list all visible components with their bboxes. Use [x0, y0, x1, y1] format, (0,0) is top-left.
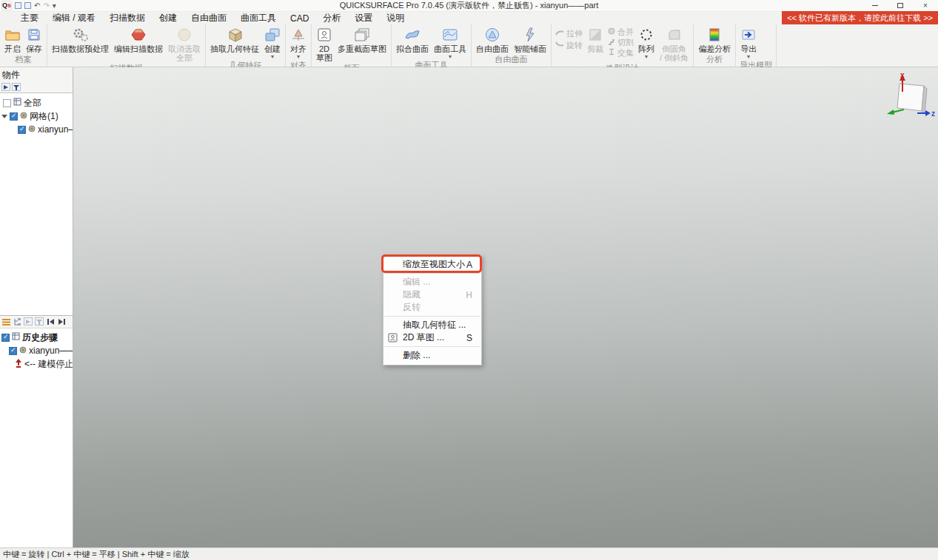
filter-icon[interactable]: [12, 83, 21, 91]
status-text: 中键 = 旋转 | Ctrl + 中键 = 平移 | Shift + 中键 = …: [3, 549, 190, 560]
checkbox[interactable]: [1, 334, 10, 342]
tree-item-history-root[interactable]: 历史步骤: [0, 331, 73, 344]
menu-surface-tools[interactable]: 曲面工具: [241, 12, 276, 24]
window-controls: ×: [862, 0, 938, 11]
revolve-button[interactable]: 旋转: [555, 41, 583, 50]
history-toolbar: [0, 316, 73, 328]
history-panel: 历史步骤 xianyun——par <-- 建模停止 -->: [0, 315, 73, 547]
array-pattern-icon: [640, 26, 653, 44]
close-button[interactable]: ×: [913, 0, 938, 11]
menu-analysis[interactable]: 分析: [323, 12, 341, 24]
save-icon[interactable]: [15, 2, 21, 9]
objects-panel: 物件 全部 网格(1): [0, 67, 73, 315]
chevron-expand-icon[interactable]: [1, 115, 7, 118]
model-plate: [897, 84, 924, 111]
skip-start-icon[interactable]: [46, 317, 55, 325]
tree-item-label: <-- 建模停止 -->: [24, 358, 73, 371]
shortcut-key: S: [466, 333, 472, 343]
customize-toolbar-icon[interactable]: ▾: [53, 1, 56, 10]
axis-z-arrow: [925, 110, 931, 116]
menu-freeform[interactable]: 自由曲面: [191, 12, 227, 24]
ribbon-group-surface-tools: 拟合曲面 曲面工具 ▾ 曲面工具: [392, 24, 472, 67]
tree-item-mesh[interactable]: 网格(1): [0, 109, 73, 123]
checkbox[interactable]: [18, 126, 26, 134]
sketch-2d-button[interactable]: 2D 草图: [314, 25, 335, 62]
trim-button[interactable]: 剪裁: [585, 25, 606, 53]
menu-edit-view[interactable]: 编辑 / 观看: [53, 12, 96, 24]
open-button[interactable]: 开启: [2, 25, 23, 53]
merge-button[interactable]: 合并: [608, 27, 634, 37]
skip-end-icon[interactable]: [57, 317, 66, 325]
align-button[interactable]: 对齐 ▾: [288, 25, 309, 59]
save-button[interactable]: 保存: [24, 25, 44, 53]
play-icon[interactable]: [24, 317, 33, 325]
smart-surface-button[interactable]: 智能铺面: [512, 25, 549, 53]
extrude-button[interactable]: 拉伸: [555, 29, 583, 38]
menu-separator: [384, 346, 480, 347]
create-button[interactable]: 创建 ▾: [262, 25, 283, 59]
ribbon-group-align: 对齐 ▾ 对齐: [286, 24, 312, 67]
tree-item-model-stop[interactable]: <-- 建模停止 -->: [0, 357, 73, 371]
mesh-edit-icon: [131, 26, 146, 44]
cut-button[interactable]: 切割: [608, 38, 634, 47]
objects-panel-toolbar: [0, 82, 73, 92]
minimize-button[interactable]: [862, 0, 888, 11]
surface-tools-button[interactable]: 曲面工具 ▾: [432, 25, 469, 59]
export-arrow-icon: [742, 26, 755, 44]
array-button[interactable]: 阵列 ▾: [636, 25, 657, 59]
extract-feature-button[interactable]: 抽取几何特征: [208, 25, 261, 53]
tree-item-history-part[interactable]: xianyun——par: [0, 344, 73, 357]
viewport-3d[interactable]: x z: [73, 67, 938, 547]
edit-scan-data-button[interactable]: 编辑扫描数据: [112, 25, 165, 53]
ribbon: 开启 保存 档案 扫描数据预处理 编辑扫描数据: [0, 24, 938, 67]
update-banner[interactable]: << 软件已有新版本，请按此前往下载 >>: [782, 11, 938, 24]
tree-view-icon[interactable]: [13, 317, 21, 325]
freeform-surface-button[interactable]: 自由曲面: [474, 25, 511, 53]
scan-preprocess-button[interactable]: 扫描数据预处理: [50, 25, 111, 53]
sidebar: 物件 全部 网格(1): [0, 67, 73, 547]
maximize-button[interactable]: [888, 0, 913, 11]
context-menu: 缩放至视图大小 A 编辑 ... 隐藏 H 反转 抽取几何特征 ... 2D 草…: [383, 254, 482, 365]
fillet-chamfer-button[interactable]: 倒圆角 / 倒斜角: [657, 25, 691, 62]
menu-item-delete[interactable]: 删除 ...: [383, 349, 481, 362]
checkbox[interactable]: [10, 112, 18, 121]
menu-main[interactable]: 主要: [21, 12, 38, 24]
redo-icon[interactable]: ↷: [43, 1, 49, 10]
checkbox[interactable]: [3, 99, 11, 107]
menu-item-2d-sketch[interactable]: 2D 草图 ... S: [383, 331, 481, 344]
tree-item-all[interactable]: 全部: [0, 96, 73, 109]
undo-icon[interactable]: ↶: [34, 1, 40, 10]
filter-icon[interactable]: [35, 317, 44, 325]
list-view-icon[interactable]: [1, 317, 10, 325]
multi-section-sketch-button[interactable]: 多重截面草图: [335, 25, 389, 53]
list-icon: [13, 98, 21, 108]
menu-settings[interactable]: 设置: [355, 12, 372, 24]
fit-surface-button[interactable]: 拟合曲面: [394, 25, 431, 53]
menu-item-zoom-to-fit[interactable]: 缩放至视图大小 A: [383, 258, 481, 271]
tree-item-xianyun[interactable]: xianyun——p: [0, 123, 73, 136]
menu-cad[interactable]: CAD: [290, 13, 309, 24]
menu-item-extract-feature[interactable]: 抽取几何特征 ...: [383, 319, 481, 331]
axis-y-arrow: [887, 109, 894, 115]
menu-item-edit[interactable]: 编辑 ...: [383, 276, 481, 289]
menu-scan-data[interactable]: 扫描数据: [110, 12, 145, 24]
intersect-button[interactable]: 交集: [608, 48, 634, 58]
ribbon-group-export: 导出 ▾ 导出模型: [736, 24, 777, 67]
stacked-pages-icon: [355, 26, 369, 44]
shortcut-key: A: [466, 260, 472, 270]
menu-item-hide[interactable]: 隐藏 H: [383, 289, 481, 301]
export-button[interactable]: 导出 ▾: [738, 25, 759, 59]
mesh-icon: [20, 111, 27, 121]
group-label-file: 档案: [2, 53, 44, 67]
fillet-icon: [668, 26, 681, 44]
menu-create[interactable]: 创建: [159, 12, 177, 24]
menu-help[interactable]: 说明: [386, 12, 404, 24]
save-as-icon[interactable]: [24, 2, 31, 9]
deselect-all-button[interactable]: 取消选取 全部: [166, 25, 203, 62]
ribbon-group-modeling: 拉伸 旋转 剪裁 合并: [552, 24, 694, 67]
create-boxes-icon: [265, 26, 280, 44]
show-all-icon[interactable]: [1, 83, 10, 91]
checkbox[interactable]: [9, 347, 17, 355]
menu-item-invert[interactable]: 反转: [383, 301, 481, 314]
deviation-analysis-button[interactable]: 偏差分析: [696, 25, 733, 53]
